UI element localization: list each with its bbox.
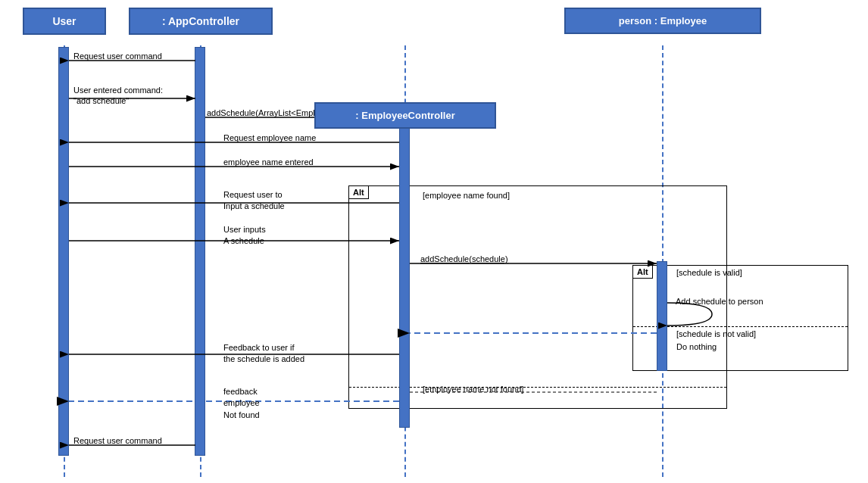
- msg-feedback-schedule-added: Feedback to user ifthe schedule is added: [223, 342, 356, 366]
- msg-user-entered-command: User entered command:"add schedule": [73, 85, 195, 107]
- msg-request-input-schedule: Request user toInput a schedule: [223, 189, 337, 213]
- msg-request-user-command-2: Request user command: [73, 436, 162, 445]
- msg-request-user-command-1: Request user command: [73, 51, 162, 61]
- lifeline-employeecontroller: : EmployeeController: [314, 102, 496, 129]
- msg-addschedule-schedule: addSchedule(schedule): [420, 254, 508, 263]
- sequence-diagram: User : AppController : EmployeeControlle…: [0, 0, 868, 483]
- guard-schedule-not-valid: [schedule is not valid]: [676, 329, 756, 338]
- msg-employee-name-entered: employee name entered: [223, 157, 314, 167]
- lifeline-user: User: [23, 8, 106, 35]
- arrows-svg: [0, 0, 868, 483]
- msg-feedback-not-found: feedbackemployeeNot found: [223, 386, 337, 421]
- lifeline-employee: person : Employee: [564, 8, 761, 34]
- msg-do-nothing: Do nothing: [676, 342, 717, 351]
- msg-user-inputs-schedule: User inputsA schedule: [223, 224, 329, 248]
- lifeline-appcontroller: : AppController: [129, 8, 273, 35]
- guard-employee-name-not-found: [employee name not found]: [423, 385, 523, 394]
- msg-add-schedule-to-person: Add schedule to person: [676, 297, 763, 306]
- guard-employee-name-found: [employee name found]: [423, 191, 510, 200]
- guard-schedule-valid: [schedule is valid]: [676, 268, 742, 277]
- msg-request-employee-name: Request employee name: [223, 133, 316, 142]
